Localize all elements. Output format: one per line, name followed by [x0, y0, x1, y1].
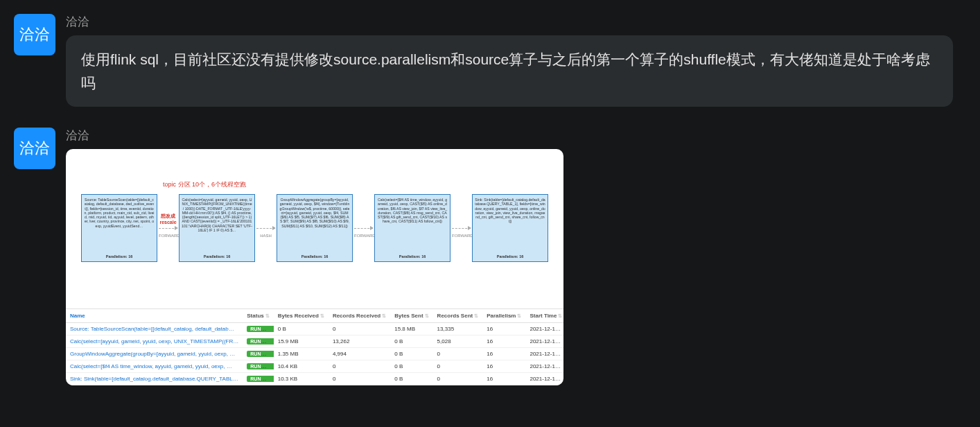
cell-parallelism: 16: [482, 360, 525, 373]
edge-rescale-label: 想改成 rescale: [159, 213, 177, 225]
cell-parallelism: 16: [482, 373, 525, 385]
dag-edge: FORWARD: [354, 228, 373, 229]
cell-status: RUNNING: [243, 348, 273, 360]
table-row[interactable]: Calc(select=[$f4 AS time_window, ayyuid,…: [66, 360, 563, 373]
table-row[interactable]: Sink: Sink(table=[default_catalog.defaul…: [66, 373, 563, 385]
message-bubble: 使用flink sql，目前社区还没有提供修改source.parallelis…: [66, 35, 953, 107]
cell-bytes-received: 15.9 MB: [274, 336, 329, 348]
edge-type-label: FORWARD: [354, 234, 373, 238]
edge-type-label: FORWARD: [452, 234, 471, 238]
cell-bytes-sent: 15.8 MB: [390, 323, 432, 336]
sort-icon[interactable]: ⇅: [474, 313, 478, 318]
status-badge: RUNNING: [247, 351, 273, 357]
image-attachment[interactable]: topic 分区 10个，6个线程空跑 Source: TableSourceS…: [66, 149, 563, 385]
avatar[interactable]: 洽洽: [14, 128, 55, 169]
chat-message: 洽洽 洽洽 topic 分区 10个，6个线程空跑 Source: TableS…: [14, 128, 966, 385]
table-row[interactable]: GroupWindowAggregate(groupBy=[ayyuid, ga…: [66, 348, 563, 360]
dag-annotation: topic 分区 10个，6个线程空跑: [163, 180, 246, 189]
dag-node-calc2[interactable]: Calc(select=[$f4 AS time_window, ayyuid,…: [374, 194, 450, 262]
cell-start-time: 2021-12-15 16:11:06: [525, 373, 563, 385]
username[interactable]: 洽洽: [66, 14, 966, 30]
col-records-sent[interactable]: Records Sent⇅: [433, 309, 483, 323]
cell-records-sent: 0: [433, 373, 483, 385]
cell-parallelism: 16: [482, 336, 525, 348]
sort-icon[interactable]: ⇅: [382, 313, 386, 318]
cell-start-time: 2021-12-15 16:11:06: [525, 323, 563, 336]
dag-node-source[interactable]: Source: TableSourceScan(table=[[default_…: [81, 194, 157, 262]
cell-bytes-received: 10.3 KB: [274, 373, 329, 385]
table-row[interactable]: Source: TableSourceScan(table=[[default_…: [66, 323, 563, 336]
sort-icon[interactable]: ⇅: [517, 313, 521, 318]
cell-status: RUNNING: [243, 323, 273, 336]
col-records-received[interactable]: Records Received⇅: [329, 309, 390, 323]
cell-records-sent: 5,028: [433, 336, 483, 348]
status-badge: RUNNING: [247, 376, 273, 382]
cell-parallelism: 16: [482, 323, 525, 336]
dag-node-calc1[interactable]: Calc(select=[ayyuid, gameid, yyuid, oexp…: [179, 194, 255, 262]
cell-bytes-received: 0 B: [274, 323, 329, 336]
edge-type-label: FORWARD: [159, 234, 177, 238]
cell-bytes-sent: 0 B: [390, 360, 432, 373]
sort-icon[interactable]: ⇅: [425, 313, 429, 318]
col-bytes-sent[interactable]: Bytes Sent⇅: [390, 309, 432, 323]
edge-type-label: HASH: [256, 234, 275, 238]
cell-status: RUNNING: [243, 336, 273, 348]
cell-records-received: 0: [329, 323, 390, 336]
sort-icon[interactable]: ⇅: [558, 313, 562, 318]
status-badge: RUNNING: [247, 338, 273, 345]
cell-parallelism: 16: [482, 348, 525, 360]
dag-node-sink[interactable]: Sink: Sink(table=[default_catalog.defaul…: [472, 194, 548, 262]
username[interactable]: 洽洽: [66, 128, 966, 143]
avatar[interactable]: 洽洽: [14, 14, 55, 55]
dag-edge: HASH: [256, 228, 275, 229]
cell-records-received: 4,994: [329, 348, 390, 360]
dag-diagram: topic 分区 10个，6个线程空跑 Source: TableSourceS…: [66, 149, 563, 308]
dag-edge: 想改成 rescale FORWARD: [159, 228, 177, 229]
cell-records-sent: 0: [433, 360, 483, 373]
cell-start-time: 2021-12-15 16:11:06: [525, 336, 563, 348]
cell-name[interactable]: Calc(select=[ayyuid, gameid, yyuid, oexp…: [66, 336, 243, 348]
cell-records-received: 13,262: [329, 336, 390, 348]
cell-name[interactable]: Sink: Sink(table=[default_catalog.defaul…: [66, 373, 243, 385]
cell-bytes-sent: 0 B: [390, 373, 432, 385]
col-start-time[interactable]: Start Time⇅: [525, 309, 563, 323]
cell-bytes-received: 1.35 MB: [274, 348, 329, 360]
sort-icon[interactable]: ⇅: [265, 313, 270, 318]
cell-start-time: 2021-12-15 16:11:06: [525, 360, 563, 373]
chat-message: 洽洽 洽洽 使用flink sql，目前社区还没有提供修改source.para…: [14, 14, 966, 107]
col-bytes-received[interactable]: Bytes Received⇅: [274, 309, 329, 323]
cell-records-received: 0: [329, 360, 390, 373]
dag-edge: FORWARD: [452, 228, 471, 229]
cell-name[interactable]: Calc(select=[$f4 AS time_window, ayyuid,…: [66, 360, 243, 373]
col-status[interactable]: Status⇅: [243, 309, 273, 323]
cell-bytes-sent: 0 B: [390, 336, 432, 348]
dag-node-aggregate[interactable]: GroupWindowAggregate(groupBy=[ayyuid, ga…: [277, 194, 353, 262]
cell-start-time: 2021-12-15 16:11:06: [525, 348, 563, 360]
operator-table: Name Status⇅ Bytes Received⇅ Records Rec…: [66, 308, 563, 385]
cell-status: RUNNING: [243, 360, 273, 373]
cell-bytes-received: 10.4 KB: [274, 360, 329, 373]
cell-records-received: 0: [329, 373, 390, 385]
status-badge: RUNNING: [247, 363, 273, 369]
cell-name[interactable]: Source: TableSourceScan(table=[[default_…: [66, 323, 243, 336]
cell-records-sent: 0: [433, 348, 483, 360]
cell-bytes-sent: 0 B: [390, 348, 432, 360]
col-name[interactable]: Name: [66, 309, 243, 323]
status-badge: RUNNING: [247, 326, 273, 332]
table-row[interactable]: Calc(select=[ayyuid, gameid, yyuid, oexp…: [66, 336, 563, 348]
cell-name[interactable]: GroupWindowAggregate(groupBy=[ayyuid, ga…: [66, 348, 243, 360]
cell-records-sent: 13,335: [433, 323, 483, 336]
col-parallelism[interactable]: Parallelism⇅: [482, 309, 525, 323]
cell-status: RUNNING: [243, 373, 273, 385]
sort-icon[interactable]: ⇅: [320, 313, 324, 318]
